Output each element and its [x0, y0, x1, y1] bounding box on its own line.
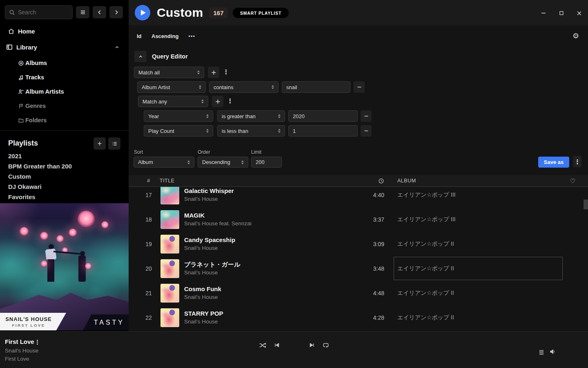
sidebar-item-albums[interactable]: Albums [0, 57, 129, 69]
now-playing-kebab-button[interactable]: ⋮ [34, 338, 40, 346]
playlist-item[interactable]: Custom [8, 171, 118, 181]
playlist-item[interactable]: DJ Okawari [8, 182, 118, 191]
sort-select[interactable]: Album [134, 157, 194, 168]
sidebar-item-home[interactable]: Home [0, 25, 129, 37]
column-header-duration[interactable] [349, 175, 384, 186]
order-select[interactable]: Descending [198, 157, 248, 168]
track-album[interactable]: エイリアン☆ポップ III [397, 207, 569, 232]
rule-field-select[interactable]: Album Artist [137, 81, 206, 93]
track-artist[interactable]: Snail’s House [184, 318, 223, 326]
close-button[interactable] [573, 7, 585, 19]
rule-field-select[interactable]: Year [144, 110, 213, 122]
sort-direction-button[interactable]: Ascending [151, 25, 178, 47]
track-album[interactable]: エイリアン☆ポップ II [397, 305, 569, 330]
track-art-thumbnail[interactable] [160, 259, 179, 278]
track-artist[interactable]: Snail’s House [184, 244, 235, 252]
rule-value-input[interactable] [288, 110, 358, 122]
sort-field-button[interactable]: Id [137, 25, 142, 47]
track-artist[interactable]: Snail’s House feat. Sennzai [184, 220, 252, 228]
next-icon [309, 342, 315, 348]
rule-value-input[interactable] [288, 125, 358, 137]
search-input[interactable] [18, 9, 69, 16]
track-artist[interactable]: Snail’s House [184, 269, 240, 277]
shuffle-button[interactable] [257, 340, 268, 350]
track-title[interactable]: プラネット・ガール [184, 260, 240, 269]
track-artist[interactable]: Snail’s House [184, 293, 221, 301]
back-button[interactable] [93, 6, 106, 18]
track-album[interactable]: エイリアン☆ポップ III [397, 187, 569, 207]
forward-button[interactable] [109, 6, 123, 18]
track-art-thumbnail[interactable] [160, 235, 179, 254]
previous-track-button[interactable] [272, 340, 282, 350]
sidebar-item-folders[interactable]: Folders [0, 114, 129, 126]
sidebar-item-album-artists[interactable]: Album Artists [0, 85, 129, 98]
track-title[interactable]: STARRY POP [184, 309, 223, 318]
table-row[interactable]: 20 プラネット・ガール Snail’s House 3:48 エイリアン☆ポッ… [129, 256, 588, 281]
sidebar-item-library[interactable]: Library [0, 41, 129, 53]
playlist-item[interactable]: Favorites [8, 192, 118, 202]
track-album[interactable]: エイリアン☆ポップ II [397, 281, 569, 305]
match-type-select-group2[interactable]: Match any [138, 96, 208, 107]
collapse-query-editor-button[interactable] [134, 51, 147, 62]
track-title[interactable]: Candy Spaceship [184, 236, 235, 244]
track-album[interactable]: エイリアン☆ポップ II [397, 232, 569, 256]
column-header-album[interactable]: ALBUM [397, 175, 416, 186]
match-type-select-group1[interactable]: Match all [134, 67, 204, 78]
remove-rule-button[interactable] [361, 125, 372, 137]
group2-kebab-button[interactable]: ⋮ [227, 95, 233, 106]
rule-operator-select[interactable]: is greater than [217, 110, 285, 122]
column-header-index[interactable]: # [138, 175, 159, 186]
manage-playlists-button[interactable] [108, 137, 120, 150]
repeat-button[interactable] [321, 340, 331, 350]
track-title[interactable]: Galactic Whisper [184, 187, 234, 195]
column-header-title[interactable]: TITLE [160, 175, 175, 186]
limit-input[interactable] [251, 157, 282, 168]
rule-field-select[interactable]: Play Count [144, 125, 213, 137]
track-artist[interactable]: Snail’s House [184, 195, 234, 203]
rule-operator-select[interactable]: contains [209, 81, 278, 93]
sidebar-item-genres[interactable]: Genres [0, 100, 129, 112]
track-art-thumbnail[interactable] [160, 284, 179, 303]
table-row[interactable]: 19 Candy Spaceship Snail’s House 3:09 エイ… [129, 232, 588, 256]
track-title[interactable]: MAGIK [184, 211, 252, 220]
more-options-button[interactable]: ⋯ [188, 25, 195, 47]
track-art-thumbnail[interactable] [160, 187, 179, 204]
favorite-heart-icon[interactable]: ♡ [569, 175, 577, 186]
rule-value-input[interactable] [282, 81, 350, 93]
table-row[interactable]: 17 Galactic Whisper Snail’s House 4:40 エ… [129, 187, 588, 207]
play-playlist-button[interactable] [135, 5, 150, 20]
table-row[interactable]: 18 MAGIK Snail’s House feat. Sennzai 3:3… [129, 207, 588, 232]
maximize-button[interactable] [555, 7, 568, 19]
chevron-up-icon[interactable] [114, 45, 120, 50]
minimize-button[interactable] [537, 7, 550, 19]
now-playing-album[interactable]: First Love [5, 356, 29, 362]
now-playing-artist[interactable]: Snail's House [5, 348, 38, 354]
volume-button[interactable] [547, 346, 558, 357]
rule-operator-select[interactable]: is less than [217, 125, 285, 137]
next-track-button[interactable] [307, 340, 317, 350]
group1-kebab-button[interactable]: ⋮ [223, 66, 229, 77]
now-playing-title[interactable]: First Love [5, 338, 34, 345]
save-as-button[interactable]: Save as [538, 157, 569, 168]
remove-rule-button[interactable] [354, 81, 365, 93]
now-playing-cover-art[interactable]: SNAIL'S HOUSE FIRST LOVE TASTY [0, 203, 129, 330]
sidebar-item-tracks[interactable]: Tracks [0, 71, 129, 83]
save-options-kebab-button[interactable]: ⋮ [573, 156, 581, 167]
add-rule-button-group1[interactable] [208, 67, 219, 78]
track-art-thumbnail[interactable] [160, 308, 179, 327]
add-rule-button-group2[interactable] [212, 96, 223, 107]
playlist-item[interactable]: BPM Greater than 200 [8, 161, 118, 171]
search-box[interactable] [5, 5, 73, 19]
table-row[interactable]: 22 STARRY POP Snail’s House 4:28 エイリアン☆ポ… [129, 305, 588, 330]
settings-gear-button[interactable]: ⚙ [572, 25, 579, 47]
table-row[interactable]: 21 Cosmo Funk Snail’s House 4:48 エイリアン☆ポ… [129, 281, 588, 305]
track-art-thumbnail[interactable] [160, 210, 179, 229]
playlist-item[interactable]: 2021 [8, 151, 118, 161]
remove-rule-button[interactable] [361, 110, 372, 122]
menu-button[interactable] [76, 6, 89, 18]
queue-button[interactable] [536, 347, 547, 357]
track-title[interactable]: Cosmo Funk [184, 285, 221, 293]
add-playlist-button[interactable] [94, 137, 106, 150]
vertical-scrollbar-thumb[interactable] [584, 200, 588, 209]
track-number: 21 [138, 281, 159, 305]
